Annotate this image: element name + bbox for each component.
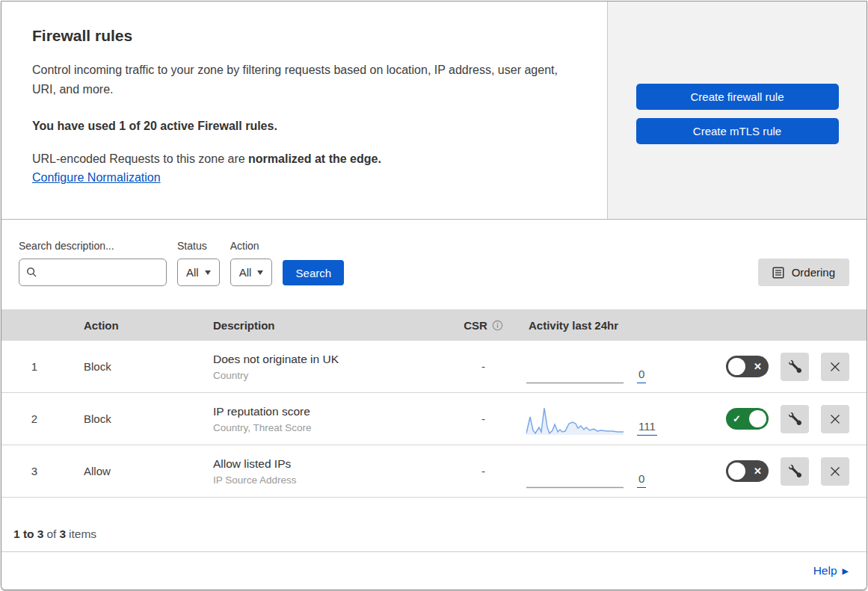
rule-action: Allow <box>67 465 197 477</box>
search-input[interactable] <box>42 267 159 279</box>
toggle-on-check-icon: ✓ <box>733 414 741 424</box>
rule-fields: Country <box>213 370 440 381</box>
activity-count-link[interactable]: 0 <box>637 368 646 383</box>
rule-activity-cell: 0 <box>526 341 687 392</box>
pagination-total: 3 <box>59 527 66 541</box>
rule-priority: 1 <box>1 360 67 373</box>
activity-count-link[interactable]: 0 <box>637 472 646 488</box>
actions-panel: Create firewall rule Create mTLS rule <box>608 1 867 219</box>
wrench-icon <box>789 412 801 425</box>
activity-sparkline <box>526 353 624 384</box>
close-icon <box>829 465 841 477</box>
rule-enabled-toggle[interactable]: ✕ <box>726 356 769 377</box>
page-header-section: Firewall rules Control incoming traffic … <box>1 1 867 220</box>
action-label: Action <box>230 240 273 252</box>
search-button[interactable]: Search <box>283 260 344 285</box>
normalization-text: URL-encoded Requests to this zone are <box>32 152 248 165</box>
toggle-knob <box>728 358 745 375</box>
pagination-range: 1 to 3 <box>13 527 43 541</box>
rule-enabled-toggle[interactable]: ✓ <box>726 408 769 430</box>
wrench-icon <box>789 465 801 477</box>
status-label: Status <box>177 240 220 252</box>
status-dropdown-value: All <box>186 266 199 279</box>
action-column-header: Action <box>67 319 197 332</box>
usage-summary: You have used 1 of 20 active Firewall ru… <box>32 120 577 133</box>
activity-count-link[interactable]: 111 <box>637 420 657 436</box>
rule-controls: ✕ <box>687 353 867 381</box>
table-header: Action Description CSR Activity last 24h… <box>1 309 867 341</box>
rule-fields: Country, Threat Score <box>213 422 440 433</box>
activity-column-header: Activity last 24hr <box>526 319 687 332</box>
delete-rule-button[interactable] <box>821 405 849 433</box>
rule-controls: ✕ <box>687 457 867 486</box>
rule-description: Allow listed IPs <box>213 457 440 471</box>
normalization-bold-text: normalized at the edge. <box>248 152 381 165</box>
chevron-down-icon <box>205 270 211 275</box>
rule-description-cell: IP reputation score Country, Threat Scor… <box>197 405 440 433</box>
search-icon <box>26 267 37 278</box>
ordering-button[interactable]: Ordering <box>758 259 849 286</box>
rule-csr: - <box>440 465 526 477</box>
page-title: Firewall rules <box>32 27 577 45</box>
create-firewall-rule-button[interactable]: Create firewall rule <box>636 84 839 110</box>
toggle-knob <box>749 410 766 427</box>
edit-rule-button[interactable] <box>781 457 809 486</box>
status-dropdown[interactable]: All <box>177 259 220 286</box>
rule-action: Block <box>67 412 197 425</box>
close-icon <box>829 361 841 373</box>
action-filter-group: Action All <box>230 240 273 286</box>
rule-priority: 3 <box>1 465 67 477</box>
pagination-summary: 1 to 3 of 3 items <box>1 498 867 552</box>
edit-rule-button[interactable] <box>781 405 809 433</box>
close-icon <box>829 413 841 425</box>
rule-csr: - <box>440 360 526 373</box>
normalization-note: URL-encoded Requests to this zone are no… <box>32 152 577 166</box>
chevron-down-icon <box>257 270 263 275</box>
filter-bar: Search description... Status All Action <box>1 220 867 309</box>
toggle-knob <box>728 462 745 480</box>
rule-csr: - <box>440 412 526 425</box>
table-row: 1 Block Does not originate in UK Country… <box>1 341 867 393</box>
rule-description: IP reputation score <box>213 405 440 418</box>
csr-header-label: CSR <box>464 319 487 332</box>
rule-action: Block <box>67 360 197 373</box>
rule-fields: IP Source Address <box>213 474 440 486</box>
toggle-off-x-icon: ✕ <box>754 362 762 371</box>
rule-priority: 2 <box>1 412 67 425</box>
rule-description-cell: Does not originate in UK Country <box>197 353 440 381</box>
status-filter-group: Status All <box>177 240 220 286</box>
action-dropdown-value: All <box>239 266 252 279</box>
ordering-button-label: Ordering <box>792 266 835 279</box>
search-box[interactable] <box>19 259 167 286</box>
description-column-header: Description <box>197 319 440 332</box>
info-icon[interactable] <box>492 320 503 331</box>
delete-rule-button[interactable] <box>821 353 849 381</box>
rule-enabled-toggle[interactable]: ✕ <box>726 460 769 482</box>
delete-rule-button[interactable] <box>821 457 849 486</box>
search-label: Search description... <box>19 240 167 252</box>
action-dropdown[interactable]: All <box>230 259 273 286</box>
help-link[interactable]: Help ▶ <box>813 564 849 578</box>
create-mtls-rule-button[interactable]: Create mTLS rule <box>636 118 839 144</box>
page-description: Control incoming traffic to your zone by… <box>32 61 577 99</box>
wrench-icon <box>789 360 801 373</box>
rule-description-cell: Allow listed IPs IP Source Address <box>197 457 440 486</box>
configure-normalization-link[interactable]: Configure Normalization <box>32 171 161 185</box>
intro-panel: Firewall rules Control incoming traffic … <box>1 1 608 219</box>
rule-activity-cell: 111 <box>526 393 687 445</box>
rule-controls: ✓ <box>687 405 867 433</box>
activity-sparkline <box>526 457 624 489</box>
firewall-rules-page: Firewall rules Control incoming traffic … <box>1 1 867 590</box>
help-link-label: Help <box>813 564 837 578</box>
csr-column-header: CSR <box>440 319 526 332</box>
pagination-items: items <box>69 527 96 541</box>
toggle-off-x-icon: ✕ <box>754 466 762 476</box>
rule-description: Does not originate in UK <box>213 353 440 366</box>
pagination-of: of <box>46 527 56 541</box>
table-row: 2 Block IP reputation score Country, Thr… <box>1 393 867 445</box>
arrow-right-icon: ▶ <box>843 566 849 576</box>
edit-rule-button[interactable] <box>781 353 809 381</box>
table-row: 3 Allow Allow listed IPs IP Source Addre… <box>1 445 867 498</box>
filter-controls: Search description... Status All Action <box>19 240 344 286</box>
activity-sparkline <box>526 405 624 436</box>
